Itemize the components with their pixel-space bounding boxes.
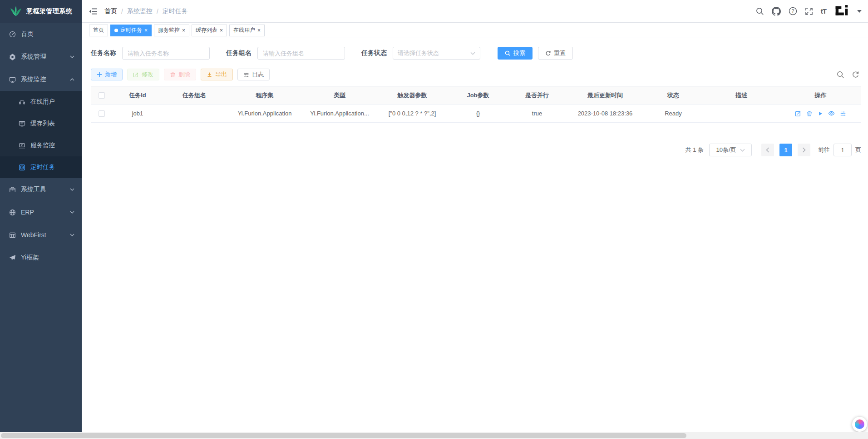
sidebar-item-label: 服务监控	[30, 141, 74, 150]
cell-status: Ready	[644, 110, 703, 117]
sidebar-item-scheduled-tasks[interactable]: 定时任务	[0, 156, 82, 178]
view-icon[interactable]	[828, 110, 835, 117]
chevron-down-icon	[70, 55, 74, 58]
svg-text:?: ?	[791, 9, 794, 14]
delete-icon[interactable]	[806, 110, 813, 117]
sidebar-item-system-tools[interactable]: 系统工具	[0, 178, 82, 201]
tab-label: 服务监控	[158, 26, 180, 34]
delete-button[interactable]: 删除	[164, 69, 196, 80]
run-icon[interactable]	[818, 111, 823, 116]
row-checkbox[interactable]	[99, 110, 105, 117]
horizontal-scrollbar[interactable]	[0, 432, 868, 439]
help-icon[interactable]: ?	[789, 7, 797, 15]
sidebar-collapse-icon[interactable]	[89, 8, 97, 15]
sidebar-item-yi-framework[interactable]: Yi框架	[0, 246, 82, 269]
col-assembly: 程序集	[226, 91, 303, 100]
gear-icon	[9, 54, 16, 60]
sidebar-item-erp[interactable]: ERP	[0, 201, 82, 224]
horizontal-scrollbar-thumb[interactable]	[1, 433, 686, 438]
toolbar-right-icons	[837, 71, 861, 79]
font-size-icon[interactable]: tT	[821, 7, 826, 15]
paper-plane-icon	[9, 254, 16, 261]
page-size-value: 10条/页	[716, 146, 736, 154]
navbar-actions: ? tT	[756, 4, 862, 19]
tab-scheduled-tasks[interactable]: 定时任务 ×	[110, 25, 152, 36]
app-logo[interactable]: 意框架管理系统	[0, 0, 82, 23]
tag-tabs-bar: 首页 定时任务 × 服务监控 × 缓存列表 × 在线用户 ×	[82, 23, 868, 38]
tab-home[interactable]: 首页	[89, 25, 108, 36]
search-button[interactable]: 搜索	[498, 47, 533, 60]
goto-page-input[interactable]	[833, 144, 852, 156]
sidebar-item-label: 首页	[21, 30, 74, 38]
prev-page-button[interactable]	[761, 144, 774, 156]
page-number-1[interactable]: 1	[779, 144, 792, 156]
task-name-label: 任务名称	[91, 49, 116, 57]
col-updated: 最后更新时间	[567, 91, 644, 100]
breadcrumb: 首页 / 系统监控 / 定时任务	[104, 7, 188, 15]
refresh-icon[interactable]	[852, 71, 859, 79]
edit-icon[interactable]	[795, 110, 801, 117]
search-icon[interactable]	[756, 7, 764, 15]
select-all-cell	[91, 92, 113, 99]
tab-cache-list[interactable]: 缓存列表 ×	[192, 25, 227, 36]
sidebar-item-home[interactable]: 首页	[0, 23, 82, 45]
log-button[interactable]: 日志	[237, 69, 270, 80]
page-content: 任务名称 任务组名 任务状态 请选择任务状态 搜	[82, 38, 868, 439]
chevron-down-icon	[70, 234, 74, 236]
sidebar-item-system-monitor[interactable]: 系统监控	[0, 68, 82, 91]
github-icon[interactable]	[772, 7, 781, 16]
grid-icon	[9, 232, 16, 239]
col-group: 任务组名	[163, 91, 226, 100]
toggle-search-icon[interactable]	[837, 71, 844, 79]
col-actions: 操作	[780, 91, 861, 100]
sidebar-item-label: 缓存列表	[30, 120, 74, 128]
task-name-input[interactable]	[122, 47, 210, 60]
main-area: 首页 / 系统监控 / 定时任务 ? tT	[82, 0, 868, 439]
ai-assistant-icon	[855, 419, 864, 429]
breadcrumb-system-monitor[interactable]: 系统监控	[127, 7, 153, 15]
sidebar-item-service-monitor[interactable]: 服务监控	[0, 135, 82, 156]
close-icon[interactable]: ×	[182, 28, 185, 33]
app-title: 意框架管理系统	[26, 7, 73, 15]
plant-logo-icon	[10, 6, 22, 17]
task-group-input[interactable]	[257, 47, 345, 60]
edit-icon	[133, 72, 139, 78]
log-icon[interactable]	[840, 110, 846, 117]
breadcrumb-home[interactable]: 首页	[104, 7, 117, 15]
page-unit-label: 页	[855, 146, 861, 154]
page-size-select[interactable]: 10条/页	[709, 144, 752, 156]
reset-button[interactable]: 重置	[538, 47, 573, 60]
chevron-down-icon	[740, 149, 745, 152]
close-icon[interactable]: ×	[220, 28, 223, 33]
reset-button-label: 重置	[554, 49, 566, 57]
trash-icon	[170, 72, 176, 78]
edit-button[interactable]: 修改	[127, 69, 159, 80]
export-button[interactable]: 导出	[201, 69, 233, 80]
cell-task-id: job1	[113, 110, 163, 117]
fullscreen-icon[interactable]	[805, 7, 813, 15]
chevron-up-icon	[70, 78, 74, 81]
plus-icon	[97, 72, 102, 77]
close-icon[interactable]: ×	[144, 28, 148, 33]
user-avatar[interactable]	[834, 4, 849, 19]
monitor-icon	[9, 76, 16, 83]
tab-label: 缓存列表	[196, 26, 217, 34]
sidebar-item-online-users[interactable]: 在线用户	[0, 91, 82, 113]
sidebar-item-webfirst[interactable]: WebFirst	[0, 224, 82, 246]
sidebar-item-system-management[interactable]: 系统管理	[0, 45, 82, 68]
add-button[interactable]: 新增	[91, 69, 123, 80]
cell-trigger: ["0 0 0,12 ? * ?",2]	[376, 110, 449, 117]
sidebar-item-cache-list[interactable]: 缓存列表	[0, 113, 82, 135]
tab-service-monitor[interactable]: 服务监控 ×	[154, 25, 189, 36]
ai-assistant-button[interactable]	[852, 417, 867, 432]
row-select-cell	[91, 110, 113, 117]
add-button-label: 新增	[105, 70, 117, 79]
log-button-label: 日志	[252, 70, 264, 79]
sidebar-item-label: 在线用户	[30, 98, 74, 106]
tab-online-users[interactable]: 在线用户 ×	[229, 25, 265, 36]
caret-down-icon[interactable]	[857, 10, 862, 13]
close-icon[interactable]: ×	[257, 28, 261, 33]
select-all-checkbox[interactable]	[99, 92, 105, 99]
task-status-select[interactable]: 请选择任务状态	[393, 47, 480, 60]
next-page-button[interactable]	[798, 144, 810, 156]
